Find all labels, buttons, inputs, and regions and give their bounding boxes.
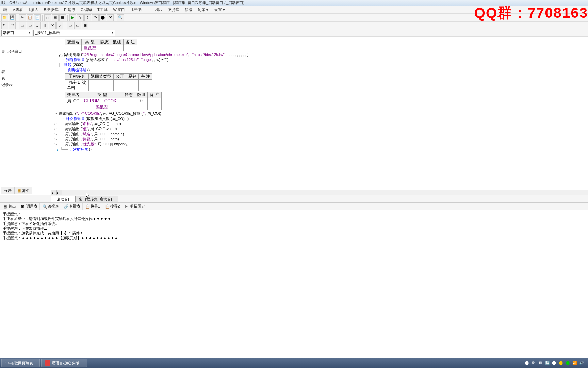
tool-copy-icon[interactable]: 📋 [27, 14, 33, 21]
output-line: 手提醒您：正在加载插件... [3, 226, 585, 231]
menu-view[interactable]: V.查看 [11, 6, 25, 13]
subroutine-table: 子程序名返回值类型公开易包备 注 _按钮1_被单击 [65, 73, 152, 91]
menu-edit[interactable]: 辑 [1, 6, 9, 13]
clip-icon: ✂ [125, 204, 129, 209]
tray-icon-7[interactable]: ⬤ [566, 361, 570, 365]
output-panel-tabs: ▤输出 ⊞调用表 🔍监视表 🔗变量表 📋搜寻1 📋搜寻2 ✂剪辑历史 [0, 203, 588, 210]
tab-watch[interactable]: 🔍监视表 [40, 203, 61, 210]
tool2-2[interactable]: ⬚ [9, 22, 16, 29]
code-line: ›› │ 调试输出 ("名称", 局_CO [i].name) [54, 121, 585, 126]
tool-stepout-icon[interactable]: ↷ [92, 14, 99, 21]
menu-dict[interactable]: 词库▼ [196, 6, 211, 13]
tab-clipboard[interactable]: ✂剪辑历史 [123, 203, 147, 210]
menu-tools[interactable]: T.工具 [95, 6, 110, 13]
tab-program-set[interactable]: 窗口程序集_启动窗口 [75, 196, 118, 202]
tool2-4[interactable]: ▭ [27, 22, 33, 29]
tool2-10[interactable]: ▭ [74, 22, 81, 29]
tool-list-icon[interactable]: ▤ [52, 14, 59, 21]
tool-paste-icon[interactable]: 📄 [34, 14, 41, 21]
menu-help[interactable]: H.帮助 [128, 6, 144, 13]
code-line: ↑↓ └── 计次循环尾 () [54, 147, 585, 152]
tray-icon-1[interactable]: ⬤ [525, 361, 529, 365]
link-icon: 🔗 [64, 204, 68, 209]
title-text: i版 - C:\Users\Administrator\Desktop\17-谷… [1, 0, 245, 5]
tree-item-record[interactable]: 记录表 [1, 81, 49, 88]
tool2-5[interactable]: ≡ [34, 22, 41, 29]
tool-stop-icon[interactable]: ✖ [107, 14, 114, 21]
code-line: └── 判断循环尾 () [54, 67, 585, 73]
left-tab-program[interactable]: 程序 [1, 187, 15, 194]
code-line: ›› │ 调试输出 ("路径", 局_CO [i].path) [54, 137, 585, 142]
left-tab-property[interactable]: ▦属性 [15, 187, 32, 194]
tray-icon-6[interactable]: ⬤ [559, 361, 564, 365]
menu-compile[interactable]: C.编译 [79, 6, 94, 13]
tab-output[interactable]: ▤输出 [1, 203, 18, 210]
code-line: │ 延迟 (2000) [54, 62, 585, 67]
menu-run[interactable]: R.运行 [62, 6, 77, 13]
tool2-3[interactable]: ▭ [19, 22, 26, 29]
tool2-6[interactable]: ⫴ [42, 22, 48, 29]
menu-module[interactable]: 模块 [153, 6, 165, 13]
output-line: 手正在加载中，请看到加载插件完毕后在执行其他操作▼▼▼▼▼ [3, 216, 585, 221]
tree-item-table1[interactable]: 表 [1, 68, 49, 75]
code-editor[interactable]: 变量名类 型静态数组备 注 i整数型 y.启动浏览器 ("C:\Program … [51, 37, 588, 195]
menu-static[interactable]: 静编 [183, 6, 194, 13]
tray-icon-3[interactable]: 🖥 [538, 361, 543, 365]
tray-volume-icon[interactable]: 🔊 [579, 361, 584, 365]
taskbar-item-1[interactable]: 17-谷歌网页填表... [1, 359, 40, 367]
tool-open-icon[interactable]: 📁 [1, 14, 8, 21]
output-line: 手提醒您：加载插件完成，共启用【6】个插件！ [3, 231, 585, 235]
tree-item-window[interactable]: 集_启动窗口 [1, 48, 49, 55]
tool-save-icon[interactable]: 💾 [9, 14, 16, 21]
menu-settings[interactable]: 设置▼ [212, 6, 228, 13]
tab-search1[interactable]: 📋搜寻1 [83, 203, 102, 210]
scroll-right-icon[interactable]: ▸ [56, 190, 62, 195]
taskbar-item-2[interactable]: 易语言-加密狗版 ... [41, 359, 87, 367]
project-tree-panel: 集_启动窗口 表 表 记录表 程序 ▦属性 [0, 37, 51, 195]
procedure-selector[interactable]: _按钮1_被单击 [33, 30, 115, 36]
tool2-11[interactable]: ⊞ [82, 22, 88, 29]
menu-window[interactable]: W.窗口 [111, 6, 127, 13]
dropdown-bar: 动窗口 _按钮1_被单击 [0, 29, 588, 37]
tool-binoculars-icon[interactable]: 🔍 [117, 14, 124, 21]
tool-stepover-icon[interactable]: ⤴ [84, 14, 91, 21]
output-line: 手提醒您：正在初始化插件系统... [3, 221, 585, 226]
output-line: 手提醒您： [3, 212, 585, 216]
scroll-left-icon[interactable]: ◂ [51, 190, 56, 195]
tab-search2[interactable]: 📋搜寻2 [103, 203, 122, 210]
tool2-9[interactable]: ▭ [67, 22, 74, 29]
menu-database[interactable]: B.数据库 [42, 6, 61, 13]
variable-table-2: 变量名类 型静态数组备 注 局_COCHROME_COOKIE0 i整数型 [65, 92, 162, 110]
tool2-7[interactable]: ✕ [49, 22, 56, 29]
code-line: ›› 调试输出 ("几个COOKIE", w.TAG_COOKIE_枚举 (""… [54, 111, 585, 116]
tray-icon-4[interactable]: 🔄 [545, 361, 550, 365]
tool2-1[interactable]: ⬚ [1, 22, 8, 29]
tray-icon-2[interactable]: ⚙ [532, 361, 536, 365]
tool-break-icon[interactable]: ⬤ [99, 14, 106, 21]
tree-item-table2[interactable]: 表 [1, 75, 49, 81]
toolbar-secondary: ⬚ ⬚ ▭ ▭ ≡ ⫴ ✕ ⟋ ▭ ▭ ⊞ [0, 22, 588, 29]
window-selector[interactable]: 动窗口 [1, 30, 32, 36]
system-tray: ⬤ ⚙ 🖥 🔄 ⬤ ⬤ ⬤ 📶 🔊 [525, 361, 587, 365]
tool-grid-icon[interactable]: ▦ [59, 14, 66, 21]
tab-startup-window[interactable]: _启动窗口 [51, 196, 76, 202]
code-line: ›› │ 调试输出 ("优先级", 局_CO [i].httponly) [54, 142, 585, 147]
output-console[interactable]: 手提醒您： 手正在加载中，请看到加载插件完毕后在执行其他操作▼▼▼▼▼ 手提醒您… [0, 210, 588, 285]
app-icon [45, 360, 50, 366]
tray-icon-5[interactable]: ⬤ [552, 361, 557, 365]
tool2-8[interactable]: ⟋ [56, 22, 63, 29]
tool-step-icon[interactable]: ⤵ [77, 14, 84, 21]
tool-form-icon[interactable]: □ [44, 14, 51, 21]
horizontal-scrollbar[interactable]: ◂ ▸ [51, 190, 588, 195]
tool-run-icon[interactable]: ▶ [69, 14, 76, 21]
tab-variables[interactable]: 🔗变量表 [62, 203, 83, 210]
menu-insert[interactable]: I.插入 [27, 6, 40, 13]
tool-cut-icon[interactable]: ✂ [19, 14, 26, 21]
find-icon: 📋 [105, 204, 109, 209]
menu-support[interactable]: 支持库 [166, 6, 181, 13]
tray-network-icon[interactable]: 📶 [572, 361, 577, 365]
tab-calltable[interactable]: ⊞调用表 [19, 203, 40, 210]
code-line: ›› │ 调试输出 ("值", 局_CO [i].value) [54, 126, 585, 132]
output-line: 手提醒您：▲▲▲▲▲▲▲▲▲▲【加载完成】▲▲▲▲▲▲▲▲▲▲ [3, 235, 585, 240]
watermark-text: QQ群：7708163 [474, 3, 588, 22]
